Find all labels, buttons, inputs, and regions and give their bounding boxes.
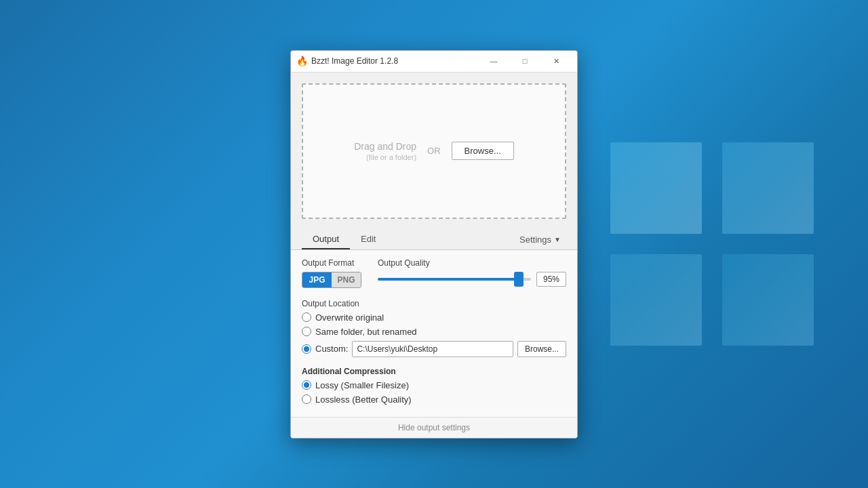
compression-section: Additional Compression Lossy (Smaller Fi… [302, 367, 566, 405]
browse-button[interactable]: Browse... [452, 142, 514, 160]
quality-row: 95% [378, 272, 566, 287]
custom-browse-button[interactable]: Browse... [517, 341, 566, 357]
title-bar: 🔥 Bzzt! Image Editor 1.2.8 — □ ✕ [291, 51, 577, 73]
same-folder-radio[interactable] [302, 327, 311, 336]
tab-settings[interactable]: Settings ▼ [514, 230, 566, 249]
tabs-row: Output Edit Settings ▼ [291, 230, 577, 250]
png-button[interactable]: PNG [332, 272, 361, 287]
quality-label: Output Quality [378, 258, 566, 268]
custom-option: Custom: Browse... [302, 341, 566, 357]
settings-tab-label: Settings [519, 235, 551, 245]
lossy-option[interactable]: Lossy (Smaller Filesize) [302, 380, 566, 390]
compression-radio-group: Lossy (Smaller Filesize) Lossless (Bette… [302, 380, 566, 405]
app-icon: 🔥 [296, 56, 307, 66]
drop-zone[interactable]: Drag and Drop (file or a folder) OR Brow… [302, 83, 566, 219]
tab-edit[interactable]: Edit [350, 230, 387, 249]
location-radio-group: Overwrite original Same folder, but rena… [302, 312, 566, 357]
hide-settings-button[interactable]: Hide output settings [291, 417, 577, 438]
same-folder-label: Same folder, but renamed [315, 327, 417, 337]
settings-panel: Output Format JPG PNG Output Quality 95% [291, 250, 577, 417]
format-quality-row: Output Format JPG PNG Output Quality 95% [302, 258, 566, 288]
output-format-section: Output Format JPG PNG [302, 258, 361, 288]
output-location-section: Output Location Overwrite original Same … [302, 299, 566, 357]
overwrite-option[interactable]: Overwrite original [302, 312, 566, 323]
title-controls: — □ ✕ [478, 50, 572, 72]
same-folder-option[interactable]: Same folder, but renamed [302, 327, 566, 337]
format-label: Output Format [302, 258, 361, 268]
maximize-button[interactable]: □ [509, 50, 540, 72]
tab-output[interactable]: Output [302, 230, 350, 249]
compression-label: Additional Compression [302, 367, 566, 376]
slider-track [378, 278, 531, 281]
minimize-button[interactable]: — [478, 50, 509, 72]
custom-path-input[interactable] [352, 341, 513, 357]
close-button[interactable]: ✕ [540, 50, 572, 72]
lossless-option[interactable]: Lossless (Better Quality) [302, 394, 566, 405]
or-label: OR [427, 146, 441, 156]
lossy-label: Lossy (Smaller Filesize) [315, 380, 409, 390]
overwrite-radio[interactable] [302, 312, 311, 322]
chevron-down-icon: ▼ [554, 236, 561, 243]
drop-main-text: Drag and Drop [354, 141, 416, 152]
overwrite-label: Overwrite original [315, 312, 384, 323]
output-quality-section: Output Quality 95% [378, 258, 566, 287]
format-toggle: JPG PNG [302, 272, 361, 288]
app-window: 🔥 Bzzt! Image Editor 1.2.8 — □ ✕ Drag an… [290, 50, 578, 439]
lossy-radio[interactable] [302, 380, 311, 390]
slider-thumb[interactable] [514, 272, 524, 287]
lossless-radio[interactable] [302, 394, 311, 404]
jpg-button[interactable]: JPG [302, 272, 332, 287]
drop-sub-text: (file or a folder) [366, 153, 416, 161]
quality-slider-container [378, 272, 531, 286]
window-title: Bzzt! Image Editor 1.2.8 [311, 56, 478, 66]
custom-radio[interactable] [302, 344, 311, 354]
location-label: Output Location [302, 299, 566, 308]
lossless-label: Lossless (Better Quality) [315, 394, 412, 405]
custom-label: Custom: [315, 344, 348, 354]
quality-value: 95% [536, 272, 566, 287]
drop-content-row: Drag and Drop (file or a folder) OR Brow… [354, 141, 514, 161]
